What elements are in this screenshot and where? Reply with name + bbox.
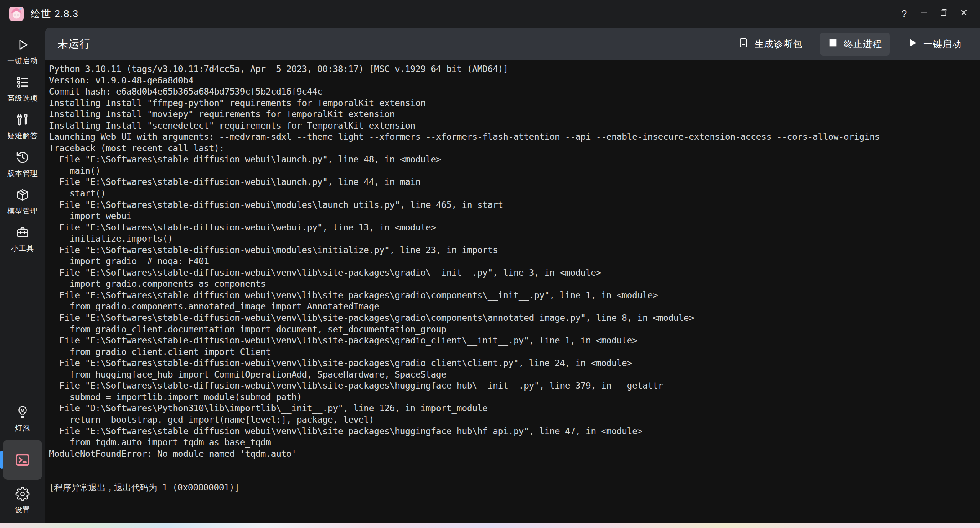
console-line: from gradio.components.annotated_image i… [49,301,978,312]
sidebar-item-label: 模型管理 [7,206,38,216]
console-line: Launching Web UI with arguments: --medvr… [49,131,978,143]
close-icon [959,8,969,20]
stop-icon [828,38,838,51]
window-title: 绘世 2.8.3 [31,7,78,21]
button-label: 终止进程 [844,38,882,50]
sidebar-item-troubleshooting[interactable]: 疑难解答 [0,108,45,145]
console-line: from huggingface_hub import CommitOperat… [49,369,978,381]
sidebar-item-lightbulb[interactable]: 灯泡 [0,400,45,438]
minimize-icon [919,8,929,20]
console-line: File "E:\Softwares\stable-diffusion-webu… [49,199,978,211]
sidebar-item-advanced-options[interactable]: 高级选项 [0,70,45,108]
sidebar-item-model-management[interactable]: 模型管理 [0,183,45,221]
button-label: 生成诊断包 [755,38,802,50]
console-line: start() [49,188,978,199]
console-line: initialize.imports() [49,233,978,245]
console-line: File "E:\Softwares\stable-diffusion-webu… [49,245,978,256]
options-list-icon [15,75,30,90]
wrench-screwdriver-icon [15,113,30,127]
lightbulb-icon [15,405,30,419]
sidebar-item-console[interactable] [3,440,42,480]
console-line: File "E:\Softwares\stable-diffusion-webu… [49,358,978,369]
console-line: ModuleNotFoundError: No module named 'tq… [49,448,978,460]
terminate-process-button[interactable]: 终止进程 [820,33,890,56]
active-item-indicator [0,451,3,469]
header-actions: 生成诊断包 终止进程 一键启动 [730,32,969,56]
restore-button[interactable] [934,5,954,23]
main-panel: 未运行 生成诊断包 [45,28,980,523]
history-clock-icon [15,150,30,165]
button-label: 一键启动 [923,38,962,50]
sidebar: 一键启动 高级选项 [0,28,45,523]
titlebar: 绘世 2.8.3 ? [0,0,980,28]
console-line: Commit hash: e6a8d0b4e65b365a684bd7539cf… [49,86,978,98]
console-line: [程序异常退出，退出代码为 1 (0x00000001)] [49,482,978,494]
console-line: from gradio_client.documentation import … [49,324,978,335]
sidebar-item-label: 高级选项 [7,93,38,103]
help-button[interactable]: ? [894,5,914,23]
help-icon: ? [902,8,907,20]
console-line: Installing Install "moviepy" requirement… [49,109,978,120]
console-line: File "E:\Softwares\stable-diffusion-webu… [49,177,978,188]
sidebar-item-label: 小工具 [11,244,34,253]
terminal-icon [14,453,31,467]
sidebar-item-one-click-launch[interactable]: 一键启动 [0,33,45,70]
sidebar-item-label: 疑难解答 [7,131,38,141]
toolbox-icon [15,225,30,240]
footer-gradient-bar [0,523,980,528]
sidebar-item-label: 设置 [15,505,30,515]
console-line: import webui [49,211,978,222]
console-line: Installing Install "scenedetect" require… [49,120,978,132]
console-line: File "E:\Softwares\stable-diffusion-webu… [49,380,978,392]
console-line: File "E:\Softwares\stable-diffusion-webu… [49,312,978,324]
console-line: from tqdm.auto import tqdm as base_tqdm [49,437,978,448]
console-line: Version: v1.9.0-48-ge6a8d0b4 [49,75,978,87]
main-header: 未运行 生成诊断包 [45,28,980,60]
console-line: main() [49,165,978,177]
play-filled-icon [907,38,918,51]
gear-icon [15,487,30,501]
sidebar-item-settings[interactable]: 设置 [0,482,45,520]
console-line: -------- [49,471,978,482]
console-line: File "D:\Softwares\Python310\lib\importl… [49,403,978,414]
app-window: 绘世 2.8.3 ? [0,0,980,528]
play-outline-icon [15,38,30,52]
package-box-icon [15,188,30,202]
minimize-button[interactable] [914,5,934,23]
one-click-launch-button[interactable]: 一键启动 [900,33,969,56]
console-line: return _bootstrap._gcd_import(name[level… [49,414,978,426]
console-line: import gradio.components as components [49,278,978,290]
console-line: import gradio # noqa: F401 [49,256,978,267]
sidebar-bottom-group: 灯泡 [0,400,45,523]
console-line: File "E:\Softwares\stable-diffusion-webu… [49,426,978,437]
console-line: File "E:\Softwares\stable-diffusion-webu… [49,222,978,234]
console-line: File "E:\Softwares\stable-diffusion-webu… [49,290,978,301]
console-line [49,459,978,471]
restore-icon [939,8,949,20]
console-line: Installing Install "ffmpeg-python" requi… [49,98,978,109]
sidebar-item-version-management[interactable]: 版本管理 [0,145,45,183]
close-button[interactable] [954,5,974,23]
console-line: Traceback (most recent call last): [49,143,978,154]
console-line: Python 3.10.11 (tags/v3.10.11:7d4cc5a, A… [49,64,978,75]
console-line: File "E:\Softwares\stable-diffusion-webu… [49,335,978,347]
huishi-avatar-icon [9,7,24,21]
console-line: from gradio_client.client import Client [49,347,978,358]
sidebar-item-label: 一键启动 [7,56,38,66]
console-line: submod = importlib.import_module(submod_… [49,392,978,403]
sidebar-item-label: 版本管理 [7,168,38,178]
run-status: 未运行 [57,37,91,51]
window-controls: ? [894,5,974,23]
console-line: File "E:\Softwares\stable-diffusion-webu… [49,267,978,279]
sidebar-item-small-tools[interactable]: 小工具 [0,221,45,258]
console-output[interactable]: Python 3.10.11 (tags/v3.10.11:7d4cc5a, A… [45,60,980,523]
sidebar-item-label: 灯泡 [15,423,30,433]
diagnostic-doc-icon [738,37,749,51]
console-line: File "E:\Softwares\stable-diffusion-webu… [49,154,978,165]
generate-diagnostic-button[interactable]: 生成诊断包 [730,32,810,56]
